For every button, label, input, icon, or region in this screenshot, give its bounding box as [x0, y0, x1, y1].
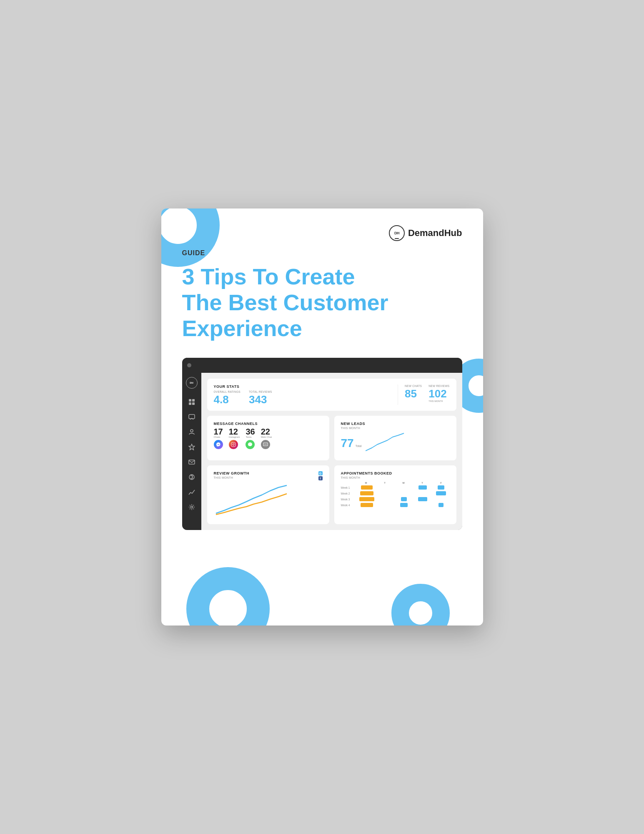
logo-name-part2: Hub [444, 228, 462, 238]
new-chats-label: NEW CHATS [405, 384, 422, 387]
google-legend-icon: G [318, 471, 323, 475]
sidebar-icon-email[interactable] [188, 458, 196, 466]
sidebar-icon-contacts[interactable] [188, 428, 196, 436]
channel-chats-value: 17 [214, 427, 223, 436]
logo-icon-text: DH [394, 231, 399, 235]
message-channels-title: MESSAGE CHANNELS [214, 422, 323, 426]
appointments-card: APPOINTMENTS BOOKED THIS MONTH M T W T F [334, 465, 456, 524]
sidebar-logo-text: DH [190, 382, 193, 384]
svg-point-5 [190, 430, 193, 432]
sidebar: DH [182, 373, 201, 530]
title-line2: The Best Customer [182, 289, 462, 315]
week2-label: Week 2 [341, 492, 357, 495]
dashboard-inner: DH [182, 373, 462, 530]
appt-row-week4: Week 4 [341, 503, 450, 507]
channel-webchat-value: 22 [261, 427, 270, 436]
day-header-t2: T [414, 482, 431, 484]
overall-ratings-value: 4.8 [214, 394, 241, 405]
logo-name-part1: Demand [408, 228, 444, 238]
overall-ratings-label: OVERALL RATINGS [214, 390, 241, 393]
channel-instagram-label: Instagram [229, 436, 240, 438]
second-row: MESSAGE CHANNELS 17 Chats 12 [207, 416, 456, 460]
title-line3: Experience [182, 315, 462, 341]
header: DH DemandHub [182, 225, 462, 241]
new-leads-title: NEW LEADS [341, 422, 450, 426]
channel-webchat-label: Web Chat [261, 436, 272, 438]
w4-m [358, 503, 376, 507]
channel-texts-label: Texts [246, 436, 251, 438]
new-leads-subtitle: THIS MONTH [341, 427, 450, 430]
w3-m [358, 497, 376, 501]
w3-w [396, 497, 413, 501]
leads-total-label: Total [356, 445, 362, 447]
new-leads-card: NEW LEADS THIS MONTH 77 Total [334, 416, 456, 460]
svg-rect-1 [192, 399, 195, 402]
channel-webchat: 22 Web Chat [261, 427, 272, 449]
imessage-icon [246, 440, 255, 449]
review-chart [214, 483, 323, 518]
decorative-arc-bottom-right [391, 584, 450, 626]
sidebar-icon-billing[interactable] [188, 473, 196, 481]
svg-point-15 [266, 444, 267, 445]
main-title: 3 Tips To Create The Best Customer Exper… [182, 264, 462, 341]
svg-point-13 [264, 444, 265, 445]
sidebar-icon-reviews[interactable] [188, 443, 196, 451]
review-growth-subtitle: THIS MONTH [214, 476, 250, 479]
third-row: REVIEW GROWTH THIS MONTH G f [207, 465, 456, 524]
logo-name: DemandHub [408, 228, 462, 239]
page: DH DemandHub GUIDE 3 Tips To Create The … [161, 208, 483, 626]
w1-t2 [414, 485, 431, 490]
appointments-grid: M T W T F Week 1 [341, 482, 450, 507]
message-channels-card: MESSAGE CHANNELS 17 Chats 12 [207, 416, 329, 460]
stats-title: YOUR STATS [214, 384, 391, 389]
instagram-icon [229, 440, 238, 449]
svg-point-12 [234, 443, 235, 444]
review-growth-card: REVIEW GROWTH THIS MONTH G f [207, 465, 329, 524]
facebook-legend-icon: f [318, 476, 323, 480]
svg-rect-2 [189, 402, 191, 405]
svg-point-11 [233, 444, 234, 445]
w2-m [358, 491, 376, 495]
appointments-title: APPOINTMENTS BOOKED [341, 471, 450, 475]
appointments-header: M T W T F [341, 482, 450, 484]
dashboard-topbar [182, 358, 462, 373]
channel-instagram: 12 Instagram [229, 427, 240, 449]
channel-instagram-value: 12 [229, 427, 238, 436]
guide-label: GUIDE [182, 249, 462, 257]
sidebar-icon-settings[interactable] [188, 503, 196, 511]
svg-point-14 [265, 444, 266, 445]
logo-area: DH DemandHub [389, 225, 462, 241]
stats-card: YOUR STATS OVERALL RATINGS 4.8 TOTAL REV… [207, 379, 456, 411]
day-header-w: W [395, 482, 412, 484]
total-reviews-value: 343 [249, 394, 272, 405]
title-line1: 3 Tips To Create [182, 264, 462, 289]
svg-rect-7 [189, 460, 195, 464]
leads-value: 77 [341, 437, 354, 450]
w2-f [433, 491, 450, 495]
sidebar-icon-dashboard[interactable] [188, 398, 196, 406]
logo-icon: DH [389, 225, 405, 241]
stats-divider [398, 384, 398, 405]
sidebar-icon-analytics[interactable] [188, 488, 196, 496]
leads-content: 77 Total [341, 432, 450, 455]
w4-w [396, 503, 413, 507]
svg-marker-6 [189, 444, 195, 450]
day-header-m: M [358, 482, 375, 484]
channels-row: 17 Chats 12 Instagram [214, 427, 323, 449]
messenger-icon [214, 440, 223, 449]
this-month-label: THIS MONTH [428, 400, 449, 402]
channel-texts: 36 Texts [246, 427, 255, 449]
total-reviews-block: TOTAL REVIEWS 343 [249, 390, 272, 405]
svg-rect-10 [231, 442, 236, 447]
channel-chats-label: Chats [214, 436, 221, 438]
new-reviews-label: NEW REVIEWS [428, 384, 449, 387]
new-chats-block: NEW CHATS 85 [405, 384, 422, 405]
sidebar-icon-messages[interactable] [188, 413, 196, 421]
sidebar-logo: DH [186, 377, 198, 389]
w3-t2 [414, 497, 431, 501]
w4-f [433, 503, 450, 507]
appt-row-week2: Week 2 [341, 491, 450, 495]
overall-ratings-block: OVERALL RATINGS 4.8 [214, 390, 241, 405]
svg-rect-0 [189, 399, 191, 402]
new-reviews-block: NEW REVIEWS 102 THIS MONTH [428, 384, 449, 405]
